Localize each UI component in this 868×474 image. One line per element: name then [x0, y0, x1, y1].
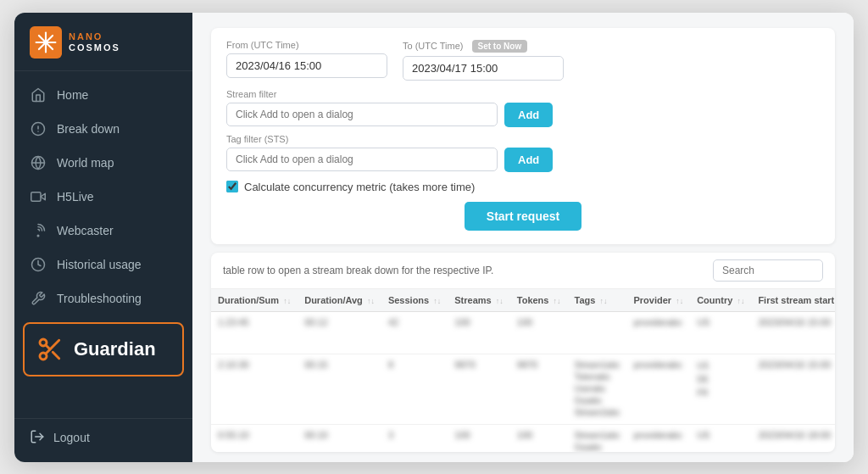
sidebar-item-troubleshooting-label: Troubleshooting: [57, 292, 142, 305]
to-group: To (UTC Time) Set to Now: [403, 40, 564, 81]
logo-text: nano COSMOS: [69, 31, 120, 52]
sort-icon: ↑↓: [433, 297, 441, 305]
table-section: table row to open a stream break down fo…: [211, 253, 835, 452]
logout-label: Logout: [53, 431, 90, 444]
stream-add-button[interactable]: Add: [504, 103, 553, 127]
set-now-badge[interactable]: Set to Now: [472, 40, 528, 53]
svg-line-17: [53, 352, 58, 358]
filter-section: From (UTC Time) To (UTC Time) Set to Now…: [211, 28, 835, 244]
clock-icon: [30, 256, 47, 273]
sort-icon: ↑↓: [367, 297, 375, 305]
sidebar-item-home[interactable]: Home: [14, 78, 192, 112]
stream-filter-label: Stream filter: [226, 89, 820, 99]
guardian-label: Guardian: [74, 338, 156, 360]
main-content: From (UTC Time) To (UTC Time) Set to Now…: [192, 13, 854, 462]
sidebar-item-webcaster[interactable]: Webcaster: [14, 214, 192, 248]
stream-filter-row: Add: [226, 103, 820, 127]
cell-duration-sum: 0:55:10: [211, 424, 298, 452]
cell-streams: 100: [448, 424, 509, 452]
tag-add-button[interactable]: Add: [504, 148, 553, 172]
search-input[interactable]: [713, 259, 823, 282]
sidebar-item-h5live-label: H5Live: [57, 190, 94, 204]
from-label: From (UTC Time): [226, 40, 387, 50]
col-first-stream[interactable]: First stream start ↑↓: [751, 289, 835, 312]
sidebar-logout[interactable]: Logout: [14, 418, 192, 462]
cell-tokens: 9870: [510, 354, 568, 424]
datetime-row: From (UTC Time) To (UTC Time) Set to Now: [226, 40, 820, 81]
col-country[interactable]: Country ↑↓: [690, 289, 751, 312]
table-row[interactable]: 0:55:10 00:10 3 100 100 Stream1abcGrpabc…: [211, 424, 835, 452]
sidebar-item-home-label: Home: [57, 88, 88, 102]
concurrency-row: Calculate concurrency metric (takes more…: [226, 181, 820, 193]
sidebar-logo: nano COSMOS: [14, 13, 192, 71]
start-request-button[interactable]: Start request: [465, 202, 581, 231]
col-streams[interactable]: Streams ↑↓: [448, 289, 509, 312]
cell-country: USDEFR: [690, 354, 751, 424]
tag-filter-label: Tag filter (STS): [226, 134, 820, 144]
sidebar-item-worldmap[interactable]: World map: [14, 146, 192, 180]
svg-line-18: [46, 344, 50, 349]
tag-filter-group: Tag filter (STS) Add: [226, 134, 820, 172]
table-toolbar: table row to open a stream break down fo…: [211, 253, 835, 289]
col-duration-avg[interactable]: Duration/Avg ↑↓: [298, 289, 381, 312]
cell-country: US: [690, 424, 751, 452]
table-row[interactable]: 2:10:30 00:15 8 9870 9870 Stream1abcToke…: [211, 354, 835, 424]
sidebar-item-breakdown[interactable]: Break down: [14, 112, 192, 146]
logo-cosmos-text: COSMOS: [69, 42, 120, 53]
sort-icon: ↑↓: [599, 297, 607, 305]
cell-provider: providerabc: [626, 424, 690, 452]
logout-icon: [30, 429, 45, 447]
col-duration-sum[interactable]: Duration/Sum ↑↓: [211, 289, 298, 312]
worldmap-icon: [30, 154, 47, 171]
sort-icon: ↑↓: [676, 297, 683, 305]
to-label: To (UTC Time): [403, 41, 464, 51]
cell-streams: 100: [448, 311, 509, 354]
from-group: From (UTC Time): [226, 40, 387, 78]
sort-icon: ↑↓: [283, 297, 291, 305]
sort-icon: ↑↓: [496, 297, 504, 305]
col-tokens[interactable]: Tokens ↑↓: [510, 289, 568, 312]
sidebar-item-troubleshooting[interactable]: Troubleshooting: [14, 282, 192, 315]
cell-streams: 9870: [448, 354, 509, 424]
sidebar-item-h5live[interactable]: H5Live: [14, 180, 192, 214]
to-input[interactable]: [403, 56, 564, 81]
cell-tags: Stream1abcGrpabc: [568, 424, 627, 452]
stream-filter-input[interactable]: [226, 103, 498, 126]
webcaster-icon: [30, 222, 47, 239]
table-header: Duration/Sum ↑↓ Duration/Avg ↑↓ Sessions…: [211, 289, 835, 312]
sidebar: nano COSMOS Home Break down: [14, 13, 192, 462]
col-sessions[interactable]: Sessions ↑↓: [381, 289, 448, 312]
sidebar-item-historicalusage[interactable]: Historical usage: [14, 248, 192, 282]
cell-provider: providerabc: [626, 311, 690, 354]
wrench-icon: [30, 290, 47, 307]
sidebar-item-webcaster-label: Webcaster: [57, 224, 114, 237]
logo-icon: [30, 26, 62, 59]
logo-nano-text: nano: [69, 31, 120, 42]
cell-duration-sum: 2:10:30: [211, 354, 298, 424]
cell-tags: [568, 311, 627, 354]
table-row[interactable]: 1:23:45 00:12 42 100 100 providerabc US …: [211, 311, 835, 354]
cell-duration-sum: 1:23:45: [211, 311, 298, 354]
table-hint: table row to open a stream break down fo…: [223, 265, 493, 276]
h5live-icon: [30, 188, 47, 205]
col-provider[interactable]: Provider ↑↓: [626, 289, 690, 312]
sidebar-item-worldmap-label: World map: [57, 156, 114, 170]
sidebar-item-guardian[interactable]: Guardian: [23, 322, 184, 376]
data-table: Duration/Sum ↑↓ Duration/Avg ↑↓ Sessions…: [211, 289, 835, 452]
col-tags[interactable]: Tags ↑↓: [568, 289, 627, 312]
stream-filter-group: Stream filter Add: [226, 89, 820, 127]
cell-sessions: 42: [381, 311, 448, 354]
concurrency-label: Calculate concurrency metric (takes more…: [244, 181, 475, 193]
cell-tags: Stream1abcTokenabcUserabcGrpabcStream2ab…: [568, 354, 627, 424]
sidebar-nav: Home Break down World map: [14, 71, 192, 418]
scissors-icon: [36, 336, 64, 363]
tag-filter-input[interactable]: [226, 148, 498, 171]
table-body: 1:23:45 00:12 42 100 100 providerabc US …: [211, 311, 835, 452]
cell-sessions: 3: [381, 424, 448, 452]
cell-provider: providerabc: [626, 354, 690, 424]
cell-country: US: [690, 311, 751, 354]
from-input[interactable]: [226, 53, 387, 78]
cell-first-stream: 2023/04/16 18:00: [751, 424, 835, 452]
concurrency-checkbox[interactable]: [226, 181, 238, 192]
sort-icon: ↑↓: [554, 297, 561, 305]
